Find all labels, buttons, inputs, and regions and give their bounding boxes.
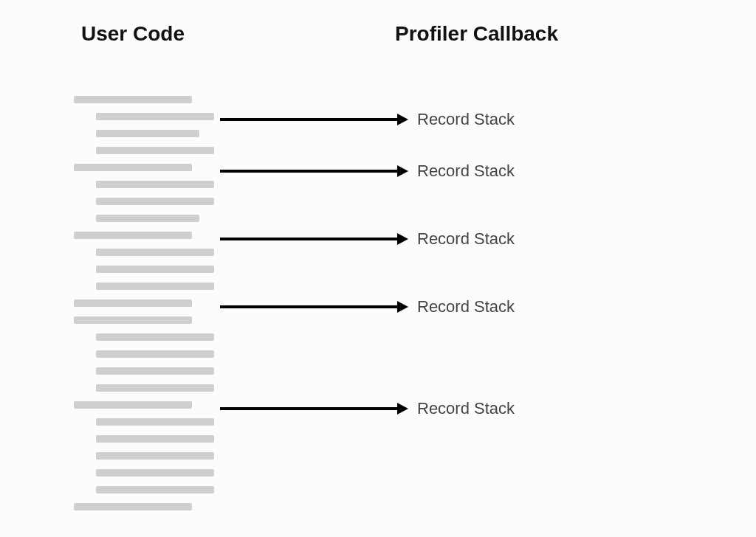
code-line	[96, 113, 214, 120]
code-line	[74, 164, 192, 171]
code-line	[96, 283, 214, 290]
code-line	[96, 147, 214, 154]
callback-label: Record Stack	[417, 399, 515, 418]
svg-marker-7	[397, 301, 408, 313]
callback-label: Record Stack	[417, 297, 515, 316]
svg-marker-1	[397, 114, 408, 125]
code-line	[96, 130, 199, 137]
code-line	[96, 198, 214, 205]
code-line	[96, 350, 214, 358]
code-line	[96, 469, 214, 477]
code-line	[96, 215, 199, 222]
svg-marker-3	[397, 165, 408, 177]
code-line	[96, 418, 214, 426]
code-line	[96, 384, 214, 392]
svg-marker-9	[397, 403, 408, 415]
arrow-icon	[220, 299, 408, 314]
callback-label: Record Stack	[417, 110, 515, 129]
arrow-icon	[220, 164, 408, 179]
code-line	[96, 181, 214, 188]
code-line	[96, 249, 214, 256]
callback-label: Record Stack	[417, 229, 515, 249]
arrow-icon	[220, 232, 408, 246]
code-line	[74, 503, 192, 510]
callback-label: Record Stack	[417, 162, 515, 181]
code-line	[74, 96, 192, 103]
code-line	[74, 299, 192, 307]
code-line	[96, 266, 214, 273]
code-line	[74, 316, 192, 324]
arrow-icon	[220, 112, 408, 127]
code-line	[96, 452, 214, 460]
arrow-icon	[220, 401, 408, 416]
code-line	[74, 401, 192, 409]
code-line	[96, 367, 214, 375]
svg-marker-5	[397, 233, 408, 245]
heading-profiler-callback: Profiler Callback	[395, 22, 558, 46]
code-line	[74, 232, 192, 239]
diagram: User Code Profiler Callback	[0, 0, 756, 537]
heading-user-code: User Code	[81, 22, 185, 46]
code-line	[96, 333, 214, 341]
code-line	[96, 486, 214, 493]
user-code-block	[74, 96, 214, 520]
code-line	[96, 435, 214, 443]
